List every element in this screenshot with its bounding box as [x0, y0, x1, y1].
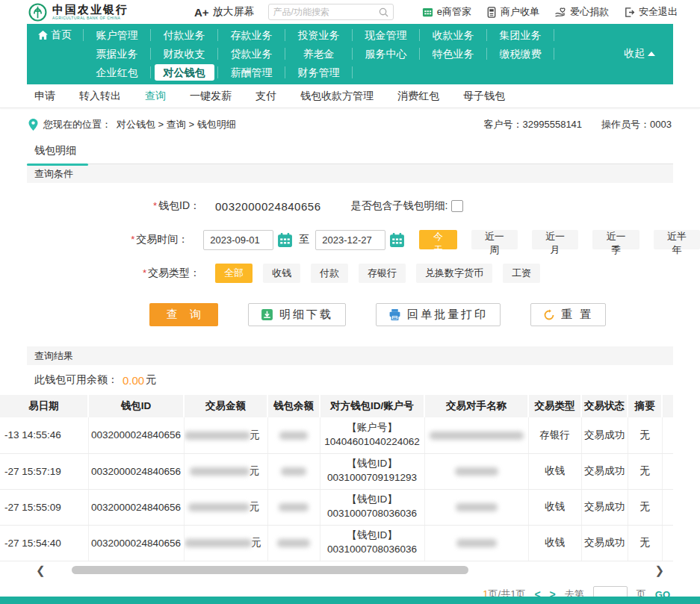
cell-summary: 无: [628, 489, 662, 525]
reset-button[interactable]: 重 置: [530, 303, 606, 326]
nav-item-redpacket[interactable]: 企业红包: [84, 66, 151, 78]
nav-item-deposits[interactable]: 存款业务: [218, 29, 285, 41]
nav-item-loans[interactable]: 贷款业务: [218, 48, 285, 60]
cell-type: 存银行: [528, 417, 581, 453]
balance-value: 0.00: [123, 374, 144, 387]
date-to-input[interactable]: [315, 230, 385, 250]
sub-nav: 申请 转入转出 查询 一键发薪 支付 钱包收款方管理 消费红包 母子钱包: [0, 84, 700, 108]
cell-counterparty: 【钱包ID】0031000709191293: [320, 453, 424, 489]
nav-item-group[interactable]: 集团业务: [487, 29, 554, 41]
nav-item-payroll[interactable]: 薪酬管理: [218, 66, 285, 78]
cell-status: 交易成功: [581, 417, 628, 453]
cell-counterparty-name: [424, 417, 528, 453]
cell-amount: 元: [184, 453, 267, 489]
range-today-button[interactable]: 今天: [419, 230, 456, 249]
subnav-query[interactable]: 查询: [145, 90, 166, 103]
nav-home[interactable]: 首页: [27, 29, 84, 41]
link-e-store[interactable]: e商管家: [422, 5, 471, 19]
range-month-button[interactable]: 近一月: [532, 230, 578, 249]
cell-summary: 无: [628, 525, 662, 561]
redacted-balance: [279, 432, 308, 440]
breadcrumb-prefix: 您现在的位置：: [43, 118, 111, 131]
include-subwallet-label: 是否包含子钱包明细:: [350, 199, 447, 213]
range-quarter-button[interactable]: 近一季: [592, 230, 639, 249]
subnav-sub-wallet[interactable]: 母子钱包: [463, 90, 505, 103]
logout-label: 安全退出: [639, 5, 678, 19]
batch-print-receipt-button[interactable]: 回单批量打印: [376, 303, 501, 326]
tab-wallet-detail[interactable]: 钱包明细: [27, 139, 88, 164]
range-halfyear-button[interactable]: 近半年: [654, 230, 700, 249]
cell-date: -27 15:57:19: [0, 453, 88, 489]
nav-item-tax[interactable]: 缴税缴费: [487, 48, 554, 60]
redacted-name: [430, 432, 524, 440]
type-exchange-button[interactable]: 兑换数字货币: [416, 264, 492, 283]
subnav-payee-mgmt[interactable]: 钱包收款方管理: [300, 90, 374, 103]
subnav-pay[interactable]: 支付: [255, 90, 276, 103]
nav-item-corporate-wallet[interactable]: 对公钱包: [151, 66, 218, 78]
cell-status: 交易成功: [581, 525, 628, 561]
wallet-id-label: *钱包ID：: [27, 199, 200, 213]
breadcrumb-path: 对公钱包 > 查询 > 钱包明细: [117, 118, 236, 131]
link-merchant-pos[interactable]: 商户收单: [486, 5, 539, 19]
subnav-transfer[interactable]: 转入转出: [79, 90, 121, 103]
date-from-calendar-button[interactable]: [277, 232, 293, 248]
scroll-right-icon[interactable]: ❯: [654, 564, 664, 576]
nav-item-pension[interactable]: 养老金: [285, 48, 353, 60]
nav-item-collections[interactable]: 收款业务: [420, 29, 487, 41]
search-icon[interactable]: [379, 7, 388, 17]
nav-item-service[interactable]: 服务中心: [353, 48, 420, 60]
nav-item-special[interactable]: 特色业务: [420, 48, 487, 60]
nav-item-finance[interactable]: 财务管理: [285, 66, 353, 78]
type-pay-button[interactable]: 付款: [311, 264, 348, 283]
type-receive-button[interactable]: 收钱: [263, 264, 300, 283]
scrollbar-track[interactable]: [55, 566, 646, 574]
type-salary-button[interactable]: 工资: [503, 264, 540, 283]
cell-counterparty-name: [424, 489, 528, 525]
cell-extra: [662, 489, 673, 525]
link-safe-logout[interactable]: 安全退出: [624, 5, 678, 19]
link-donation[interactable]: 爱心捐款: [554, 5, 609, 19]
nav-item-accounts[interactable]: 账户管理: [84, 29, 151, 41]
collapse-label: 收起: [624, 47, 645, 60]
cell-wallet-id: 0032000024840656: [88, 489, 184, 525]
search-button[interactable]: 查 询: [149, 303, 218, 326]
range-week-button[interactable]: 近一周: [471, 230, 518, 249]
nav-item-fiscal[interactable]: 财政收支: [151, 48, 218, 60]
nav-item-bills[interactable]: 票据业务: [84, 48, 151, 60]
cell-amount: 元: [184, 525, 267, 561]
redacted-balance: [277, 539, 310, 547]
logout-icon: [624, 7, 635, 18]
nav-item-investment[interactable]: 投资业务: [285, 29, 353, 41]
nav-item-payments[interactable]: 付款业务: [151, 29, 218, 41]
product-search[interactable]: [268, 4, 394, 20]
date-from-input[interactable]: [203, 230, 273, 250]
subnav-apply[interactable]: 申请: [34, 90, 55, 103]
cell-balance: [267, 453, 320, 489]
redacted-name: [455, 467, 498, 476]
date-to-calendar-button[interactable]: [389, 232, 405, 248]
calendar-icon: [389, 232, 405, 248]
cell-balance: [267, 489, 320, 525]
cell-date: -27 15:54:40: [0, 525, 88, 561]
bank-name: 中国农业银行: [52, 4, 128, 15]
scrollbar-thumb[interactable]: [72, 566, 468, 574]
redacted-amount: [190, 467, 250, 476]
search-input[interactable]: [273, 7, 379, 17]
scroll-left-icon[interactable]: ❮: [36, 564, 46, 576]
cell-balance: [267, 525, 320, 561]
calendar-icon: [277, 232, 293, 248]
nav-item-cash[interactable]: 现金管理: [353, 29, 420, 41]
nav-collapse-button[interactable]: 收起: [624, 47, 666, 60]
cell-extra: [662, 453, 673, 489]
subnav-consume-redpacket[interactable]: 消费红包: [397, 90, 439, 103]
query-result-header: 查询结果: [27, 346, 673, 365]
download-detail-button[interactable]: 明细下载: [248, 303, 346, 326]
type-all-button[interactable]: 全部: [215, 264, 253, 283]
wallet-id-value: 0032000024840656: [215, 200, 320, 213]
subnav-batch-payroll[interactable]: 一键发薪: [190, 90, 232, 103]
include-subwallet-checkbox[interactable]: [451, 200, 463, 212]
enlarge-screen-button[interactable]: A+ 放大屏幕: [194, 5, 255, 19]
footer-bar: [0, 597, 700, 604]
type-deposit-button[interactable]: 存银行: [359, 264, 406, 283]
cell-extra: [662, 417, 673, 453]
